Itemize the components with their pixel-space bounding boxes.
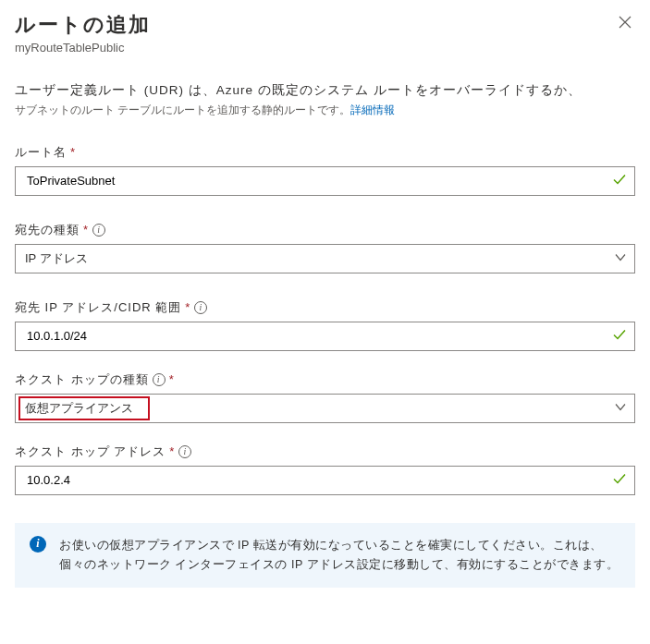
- close-button[interactable]: [615, 11, 635, 35]
- description-sub: サブネットのルート テーブルにルートを追加する静的ルートです。詳細情報: [15, 103, 635, 118]
- dest-type-value: IP アドレス: [25, 250, 88, 267]
- hop-addr-input-wrap[interactable]: [15, 466, 635, 495]
- dest-type-label: 宛先の種類: [15, 222, 80, 238]
- dest-cidr-label: 宛先 IP アドレス/CIDR 範囲: [15, 299, 181, 316]
- field-hop-addr: ネクスト ホップ アドレス * i: [15, 444, 635, 495]
- learn-more-link[interactable]: 詳細情報: [350, 103, 395, 116]
- hop-addr-input[interactable]: [25, 472, 603, 488]
- info-icon[interactable]: i: [153, 373, 166, 386]
- required-marker: *: [70, 145, 76, 159]
- valid-check-icon: [612, 172, 627, 189]
- page-subtitle: myRouteTablePublic: [15, 41, 151, 55]
- hop-type-label: ネクスト ホップの種類: [15, 371, 149, 388]
- info-icon[interactable]: i: [194, 301, 207, 314]
- field-hop-type: ネクスト ホップの種類i* 仮想アプライアンス: [15, 371, 635, 423]
- chevron-down-icon: [614, 400, 627, 416]
- description-block: ユーザー定義ルート (UDR) は、Azure の既定のシステム ルートをオーバ…: [15, 80, 635, 118]
- info-icon[interactable]: i: [92, 224, 105, 237]
- hop-type-value: 仮想アプライアンス: [25, 400, 133, 417]
- info-banner-icon: i: [30, 536, 46, 553]
- dest-type-select[interactable]: IP アドレス: [15, 244, 635, 273]
- valid-check-icon: [612, 471, 627, 489]
- dest-cidr-input[interactable]: [25, 328, 603, 344]
- hop-type-select[interactable]: 仮想アプライアンス: [15, 394, 635, 423]
- field-dest-cidr: 宛先 IP アドレス/CIDR 範囲 * i: [15, 299, 635, 351]
- chevron-down-icon: [614, 250, 627, 266]
- dest-cidr-input-wrap[interactable]: [15, 322, 635, 351]
- required-marker: *: [83, 223, 89, 237]
- description-main: ユーザー定義ルート (UDR) は、Azure の既定のシステム ルートをオーバ…: [15, 80, 635, 101]
- required-marker: *: [185, 300, 190, 314]
- description-sub-text: サブネットのルート テーブルにルートを追加する静的ルートです。: [15, 103, 350, 116]
- field-route-name: ルート名 *: [15, 144, 635, 196]
- route-name-input-wrap[interactable]: [15, 166, 635, 196]
- page-title: ルートの追加: [15, 11, 151, 39]
- info-banner: i お使いの仮想アプライアンスで IP 転送が有効になっていることを確実にしてく…: [15, 523, 635, 589]
- valid-check-icon: [612, 327, 627, 345]
- info-banner-text: お使いの仮想アプライアンスで IP 転送が有効になっていることを確実にしてくださ…: [59, 536, 620, 576]
- required-marker: *: [169, 444, 175, 458]
- close-icon: [619, 16, 632, 29]
- route-name-input[interactable]: [25, 173, 603, 188]
- field-dest-type: 宛先の種類 * i IP アドレス: [15, 222, 635, 273]
- hop-addr-label: ネクスト ホップ アドレス: [15, 444, 166, 460]
- info-icon[interactable]: i: [178, 445, 191, 458]
- required-marker: *: [169, 372, 175, 386]
- route-name-label: ルート名: [15, 144, 67, 161]
